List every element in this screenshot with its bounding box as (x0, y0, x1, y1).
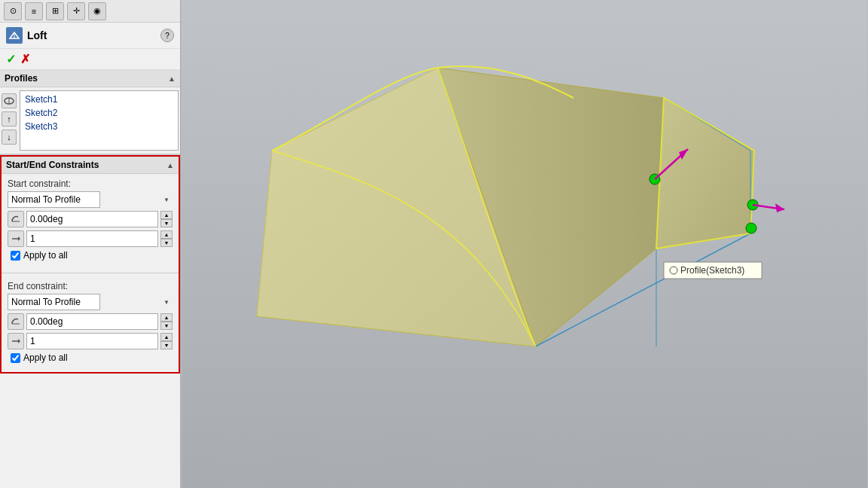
svg-point-22 (746, 223, 756, 233)
panel-title-text: Loft (27, 29, 160, 41)
svg-marker-6 (18, 236, 20, 241)
profiles-section: Profiles ▲ ↑ ↓ Sketch1 Sketch2 Sketch3 (0, 70, 180, 155)
end-magnitude-up[interactable]: ▲ (160, 333, 173, 341)
start-angle-spinner: ▲ ▼ (160, 211, 173, 227)
profiles-list-box[interactable]: Sketch1 Sketch2 Sketch3 (20, 90, 179, 151)
end-angle-down[interactable]: ▼ (160, 322, 173, 330)
end-angle-spinner: ▲ ▼ (160, 313, 173, 330)
profiles-icon[interactable] (2, 93, 17, 108)
constraints-label: Start/End Constraints (6, 160, 99, 170)
end-angle-row: 0.00deg ▲ ▼ (8, 313, 173, 330)
end-apply-all-checkbox[interactable] (11, 353, 20, 363)
constraints-section: Start/End Constraints ▲ Start constraint… (0, 155, 180, 374)
end-apply-all-row: Apply to all (8, 352, 173, 363)
svg-marker-9 (18, 339, 20, 343)
end-constraint-group: End constraint: None Normal Profile Norm… (2, 276, 179, 372)
start-constraint-group: Start constraint: None Normal Profile No… (2, 174, 179, 270)
end-magnitude-row: 1 ▲ ▼ (8, 333, 173, 349)
sketch-item-3[interactable]: Sketch3 (22, 120, 176, 133)
left-panel: ⊙ ≡ ⊞ ✛ ◉ Loft ? ✓ ✗ Profiles ▲ (0, 0, 181, 488)
constraints-collapse-button[interactable]: ▲ (167, 161, 174, 169)
end-magnitude-input[interactable]: 1 (26, 333, 158, 349)
start-dropdown-row: None Normal Profile Normal To Profile Di… (8, 191, 173, 208)
toolbar-button-1[interactable]: ⊙ (4, 2, 22, 20)
toolbar-button-3[interactable]: ⊞ (46, 2, 64, 20)
end-dropdown-row: None Normal Profile Normal To Profile Di… (8, 294, 173, 310)
toolbar-button-2[interactable]: ≡ (25, 2, 43, 20)
start-angle-input[interactable]: 0.00deg (26, 211, 158, 227)
loft-icon (6, 27, 23, 44)
profiles-collapse-button[interactable]: ▲ (168, 75, 176, 83)
constraints-section-header: Start/End Constraints ▲ (2, 157, 179, 174)
sketch-item-2[interactable]: Sketch2 (22, 106, 176, 120)
start-magnitude-input[interactable]: 1 (26, 230, 158, 247)
profiles-arrows: ↑ ↓ (2, 90, 17, 151)
end-constraint-dropdown-wrapper: None Normal Profile Normal To Profile Di… (8, 294, 173, 310)
end-angle-input[interactable]: 0.00deg (26, 313, 158, 330)
viewport[interactable]: Profile(Sketch3) ⊙ Profile(Sketch3) (181, 0, 868, 488)
toolbar: ⊙ ≡ ⊞ ✛ ◉ (0, 0, 180, 23)
panel-title-bar: Loft ? (0, 23, 180, 49)
start-magnitude-spinner: ▲ ▼ (160, 230, 173, 247)
constraint-divider (2, 273, 179, 273)
end-magnitude-icon (8, 333, 24, 349)
help-button[interactable]: ? (160, 29, 174, 42)
start-angle-icon (8, 211, 24, 227)
3d-canvas: Profile(Sketch3) (181, 0, 868, 488)
start-constraint-dropdown-wrapper: None Normal Profile Normal To Profile Di… (8, 191, 173, 208)
start-constraint-dropdown[interactable]: None Normal Profile Normal To Profile Di… (8, 191, 100, 208)
start-constraint-label: Start constraint: (8, 178, 173, 189)
profiles-down-button[interactable]: ↓ (2, 130, 17, 145)
start-magnitude-row: 1 ▲ ▼ (8, 230, 173, 247)
start-apply-all-checkbox[interactable] (11, 251, 20, 261)
start-magnitude-down[interactable]: ▼ (160, 239, 173, 247)
end-angle-up[interactable]: ▲ (160, 313, 173, 322)
toolbar-button-4[interactable]: ✛ (67, 2, 85, 20)
start-angle-down[interactable]: ▼ (160, 219, 173, 227)
profiles-list-container: ↑ ↓ Sketch1 Sketch2 Sketch3 (0, 87, 180, 154)
accept-cancel-bar: ✓ ✗ (0, 49, 180, 70)
end-constraint-dropdown[interactable]: None Normal Profile Normal To Profile Di… (8, 294, 100, 310)
svg-text:Profile(Sketch3): Profile(Sketch3) (680, 265, 744, 276)
end-magnitude-down[interactable]: ▼ (160, 341, 173, 349)
end-constraint-label: End constraint: (8, 281, 173, 291)
start-angle-up[interactable]: ▲ (160, 211, 173, 219)
cancel-button[interactable]: ✗ (20, 52, 30, 66)
start-apply-all-row: Apply to all (8, 250, 173, 261)
start-magnitude-up[interactable]: ▲ (160, 230, 173, 239)
end-angle-icon (8, 313, 24, 330)
end-apply-all-label: Apply to all (23, 352, 68, 363)
sketch-item-1[interactable]: Sketch1 (22, 93, 176, 106)
profiles-section-header: Profiles ▲ (0, 70, 180, 87)
start-apply-all-label: Apply to all (23, 250, 68, 261)
start-angle-row: 0.00deg ▲ ▼ (8, 211, 173, 227)
end-magnitude-spinner: ▲ ▼ (160, 333, 173, 349)
accept-button[interactable]: ✓ (6, 52, 16, 66)
profiles-label: Profiles (5, 73, 38, 84)
start-magnitude-icon (8, 230, 24, 247)
toolbar-button-5[interactable]: ◉ (88, 2, 106, 20)
profiles-up-button[interactable]: ↑ (2, 111, 17, 127)
